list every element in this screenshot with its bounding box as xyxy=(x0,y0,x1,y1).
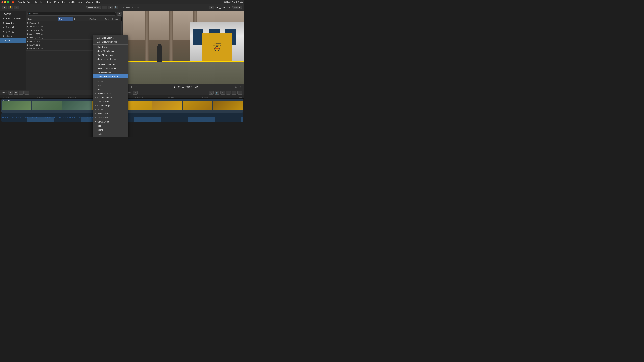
timeline-solo-btn[interactable]: S xyxy=(220,91,225,94)
sidebar-item-iphone[interactable]: iPhone xyxy=(0,38,26,42)
row-label: Mar 27, 2020 xyxy=(29,37,40,39)
timeline-next-btn[interactable]: ▶ xyxy=(133,91,138,94)
menu-auto-size-all-columns[interactable]: Auto Size All Columns xyxy=(93,40,128,44)
check-icon: ✓ xyxy=(94,89,96,91)
context-menu: Auto Size Column Auto Size All Columns H… xyxy=(92,35,128,137)
menu-col-content-created[interactable]: ✓ Content Created xyxy=(93,96,128,100)
menu-col-start[interactable]: ✓ Start xyxy=(93,84,128,88)
maximize-button[interactable] xyxy=(7,1,9,3)
viewer-color-btn[interactable]: ◎ xyxy=(135,85,138,89)
sidebar-item-root[interactable]: FCP105 xyxy=(0,12,26,16)
menubar-app-name[interactable]: Final Cut Pro xyxy=(17,0,31,3)
row-start xyxy=(58,28,73,32)
search-box[interactable]: 🔍 Search xyxy=(27,12,116,15)
menubar-view[interactable]: View xyxy=(78,0,83,3)
sidebar-item-2021[interactable]: 2021-1-6 xyxy=(0,21,26,25)
col-start[interactable]: Start xyxy=(58,17,73,21)
sidebar-item-daxiao[interactable]: 台大校園 xyxy=(0,25,26,29)
toolbar-key[interactable]: 🔑 xyxy=(8,5,13,9)
menu-col-last-modified[interactable]: Last Modified xyxy=(93,100,128,104)
play-button[interactable]: ▶ xyxy=(173,85,177,89)
menubar-apple[interactable]: 🍎 xyxy=(11,0,15,3)
ruler-mark: 00:00:10:00 xyxy=(168,97,176,98)
col-content-created[interactable]: Content Created xyxy=(103,17,122,21)
menu-col-video-roles[interactable]: ✓ Video Roles xyxy=(93,112,128,116)
viewer-audio-btn[interactable]: 🎧 xyxy=(234,85,238,89)
toolbar-list[interactable]: ≡ xyxy=(108,5,113,9)
menu-col-scene[interactable]: Scene xyxy=(93,128,128,132)
menu-auto-size-column[interactable]: Auto Size Column xyxy=(93,36,128,40)
row-count: (1) xyxy=(40,29,42,31)
toolbar-search[interactable]: 🔍 xyxy=(114,5,118,9)
viewer-expand-btn[interactable]: ⤢ xyxy=(239,85,242,89)
sidebar-item-smart-collections[interactable]: Smart Collections xyxy=(0,16,26,21)
timeline-index-btns: ≡ ⊞ ⊡ ⊿ xyxy=(8,91,29,94)
toolbar-monitor[interactable]: 🖥 xyxy=(209,5,214,9)
close-button[interactable] xyxy=(1,1,3,3)
toolbar-grid[interactable]: ⊞ xyxy=(102,5,107,9)
menu-col-take[interactable]: Take xyxy=(93,132,128,136)
menu-col-camera-angle[interactable]: ✓ Camera Angle xyxy=(93,104,128,108)
menubar-edit[interactable]: Edit xyxy=(40,0,44,3)
timeline-btn4[interactable]: ⊿ xyxy=(24,91,29,94)
menu-col-media-duration[interactable]: ✓ Media Duration xyxy=(93,92,128,96)
timeline-btn3[interactable]: ⊡ xyxy=(19,91,24,94)
row-end xyxy=(73,25,88,28)
row-name: Mar 27, 2020 (1) xyxy=(26,36,58,39)
menubar-mark[interactable]: Mark xyxy=(54,0,59,3)
menubar-window[interactable]: Window xyxy=(85,0,94,3)
timeline-expand-btn[interactable]: ⤢ xyxy=(238,91,242,94)
toolbar-check[interactable]: ✓ xyxy=(14,5,19,9)
timeline-snap-btn[interactable]: ⊞ xyxy=(232,91,236,94)
row-name: Dec 11, 2019 (1) xyxy=(26,43,58,47)
table-row[interactable]: Apr 12, 2020 (1) xyxy=(26,28,123,32)
menu-hide-column[interactable]: Hide Column xyxy=(93,45,128,49)
menubar-modify[interactable]: Modify xyxy=(68,0,76,3)
timeline-btn1[interactable]: ≡ xyxy=(8,91,13,94)
view-button[interactable]: View ▼ xyxy=(232,6,242,9)
timeline-mute-btn[interactable]: M xyxy=(226,91,231,94)
timeline-btn2[interactable]: ⊞ xyxy=(14,91,18,94)
timeline-speaker-btn[interactable]: 🔊 xyxy=(215,91,219,94)
browser-view-btn[interactable]: ⊞ xyxy=(117,12,122,15)
menubar-trim[interactable]: Trim xyxy=(46,0,52,3)
station-scene: 小心月台間隙 Mind the platform gap xyxy=(123,11,244,84)
menu-hide-all-columns[interactable]: Hide All Columns xyxy=(93,53,128,57)
menu-edit-available-columns[interactable]: Edit Available Columns... xyxy=(93,74,128,78)
row-content-created xyxy=(103,28,122,32)
toolbar-center: Hide Rejected ⊞ ≡ 🔍 1920×1080 | 120 fps,… xyxy=(86,5,142,9)
menu-col-notes[interactable]: ✓ Notes xyxy=(93,108,128,112)
menu-reveal-finder[interactable]: Reveal in Finder xyxy=(93,70,128,74)
menubar-help[interactable]: Help xyxy=(96,0,101,3)
minimize-button[interactable] xyxy=(4,1,6,3)
col-name[interactable]: Name xyxy=(26,17,58,21)
menu-show-default-columns[interactable]: Show Default Columns xyxy=(93,57,128,61)
search-icon: 🔍 xyxy=(29,12,31,15)
menu-col-reel[interactable]: Reel xyxy=(93,124,128,128)
sidebar-item-bike[interactable]: 自行車道 xyxy=(0,29,26,34)
menu-default-column-set[interactable]: ✓ Default Column Set xyxy=(93,62,128,66)
menu-save-column-set[interactable]: Save Column Set As... xyxy=(93,66,128,70)
menu-col-audio-roles[interactable]: ✓ Audio Roles xyxy=(93,116,128,120)
sign-line1: 小心月台間隙 xyxy=(213,43,221,44)
menu-show-all-columns[interactable]: Show All Columns xyxy=(93,49,128,53)
toolbar-zoom: 83% xyxy=(227,6,231,8)
toolbar-back[interactable]: ⬇ xyxy=(2,5,7,9)
menubar-clip[interactable]: Clip xyxy=(62,0,66,3)
row-end xyxy=(73,28,88,32)
table-row[interactable]: Projects (3) xyxy=(26,21,123,25)
sidebar-item-alishan[interactable]: 阿里山 xyxy=(0,34,26,38)
hide-rejected-btn[interactable]: Hide Rejected xyxy=(86,6,101,9)
no-sign xyxy=(215,48,218,49)
sidebar-label-smart: Smart Collections xyxy=(6,17,22,20)
row-name: Dec 20, 2019 (1) xyxy=(26,39,58,43)
menu-col-end[interactable]: ✓ End xyxy=(93,88,128,92)
menubar-file[interactable]: File xyxy=(33,0,38,3)
timeline-audio-btn[interactable]: 🎧 xyxy=(209,91,214,94)
menu-col-media-start[interactable]: Media Start xyxy=(93,136,128,137)
col-duration[interactable]: Duration xyxy=(88,17,103,21)
menu-col-camera-name[interactable]: ✓ Camera Name xyxy=(93,120,128,124)
table-row[interactable]: Jun 22, 2020 (4) xyxy=(26,25,123,28)
viewer-transform-btn[interactable]: ⊹ xyxy=(130,85,133,89)
col-end[interactable]: End xyxy=(73,17,88,21)
